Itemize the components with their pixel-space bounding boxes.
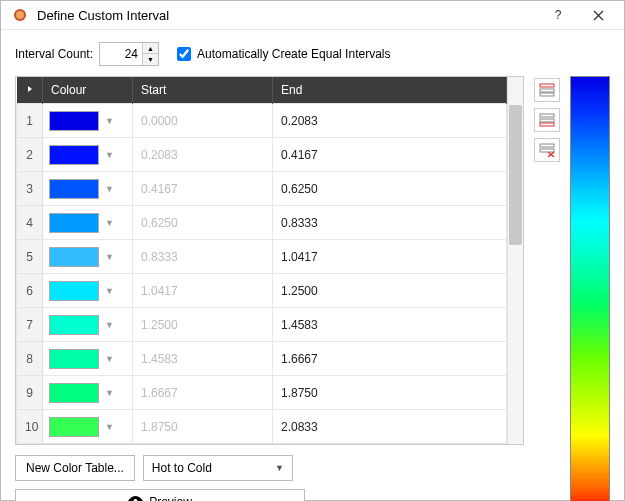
chevron-down-icon[interactable]: ▼ [105, 354, 114, 364]
start-cell[interactable]: 0.8333 [133, 240, 273, 274]
colour-swatch [49, 111, 99, 131]
colour-cell[interactable]: ▼ [43, 342, 133, 376]
table-scrollbar[interactable] [507, 77, 523, 444]
end-cell[interactable]: 0.2083 [273, 104, 507, 138]
start-cell[interactable]: 1.4583 [133, 342, 273, 376]
start-cell[interactable]: 1.0417 [133, 274, 273, 308]
chevron-down-icon[interactable]: ▼ [105, 286, 114, 296]
auto-intervals-label: Automatically Create Equal Intervals [197, 47, 390, 61]
table-row[interactable]: 3▼0.41670.6250 [17, 172, 507, 206]
end-cell[interactable]: 1.8750 [273, 376, 507, 410]
chevron-down-icon[interactable]: ▼ [105, 252, 114, 262]
svg-rect-5 [540, 93, 554, 96]
table-row[interactable]: 5▼0.83331.0417 [17, 240, 507, 274]
gradient-preview [570, 76, 610, 501]
start-cell[interactable]: 0.0000 [133, 104, 273, 138]
add-interval-below-button[interactable] [534, 108, 560, 132]
row-index: 1 [17, 104, 43, 138]
preview-label: Preview [149, 495, 192, 501]
colour-cell[interactable]: ▼ [43, 274, 133, 308]
interval-count-spinner[interactable]: ▲ ▼ [99, 42, 159, 66]
colour-cell[interactable]: ▼ [43, 172, 133, 206]
colour-swatch [49, 417, 99, 437]
start-cell[interactable]: 1.8750 [133, 410, 273, 444]
svg-rect-8 [540, 123, 554, 126]
row-index: 6 [17, 274, 43, 308]
colour-cell[interactable]: ▼ [43, 308, 133, 342]
colour-swatch [49, 247, 99, 267]
chevron-down-icon[interactable]: ▼ [105, 150, 114, 160]
row-index: 7 [17, 308, 43, 342]
row-index: 8 [17, 342, 43, 376]
end-cell[interactable]: 0.4167 [273, 138, 507, 172]
interval-count-label: Interval Count: [15, 47, 93, 61]
svg-rect-4 [540, 89, 554, 92]
table-row[interactable]: 7▼1.25001.4583 [17, 308, 507, 342]
header-end[interactable]: End [273, 77, 507, 104]
close-button[interactable] [578, 1, 618, 29]
start-cell[interactable]: 0.4167 [133, 172, 273, 206]
svg-rect-7 [540, 119, 554, 122]
start-cell[interactable]: 1.2500 [133, 308, 273, 342]
row-index: 10 [17, 410, 43, 444]
chevron-down-icon: ▼ [275, 463, 284, 473]
table-row[interactable]: 4▼0.62500.8333 [17, 206, 507, 240]
preview-button[interactable]: Preview [15, 489, 305, 501]
colour-swatch [49, 315, 99, 335]
chevron-down-icon[interactable]: ▼ [105, 388, 114, 398]
chevron-down-icon[interactable]: ▼ [105, 320, 114, 330]
colour-cell[interactable]: ▼ [43, 104, 133, 138]
end-cell[interactable]: 2.0833 [273, 410, 507, 444]
end-cell[interactable]: 1.4583 [273, 308, 507, 342]
chevron-down-icon[interactable]: ▼ [105, 218, 114, 228]
colour-cell[interactable]: ▼ [43, 376, 133, 410]
interval-count-input[interactable] [100, 45, 142, 63]
svg-rect-3 [540, 84, 554, 87]
colour-cell[interactable]: ▼ [43, 138, 133, 172]
table-row[interactable]: 1▼0.00000.2083 [17, 104, 507, 138]
colour-cell[interactable]: ▼ [43, 410, 133, 444]
chevron-down-icon[interactable]: ▼ [105, 422, 114, 432]
row-index: 9 [17, 376, 43, 410]
start-cell[interactable]: 1.6667 [133, 376, 273, 410]
spinner-down[interactable]: ▼ [143, 54, 158, 65]
end-cell[interactable]: 1.6667 [273, 342, 507, 376]
add-interval-above-button[interactable] [534, 78, 560, 102]
eye-icon [128, 495, 143, 501]
colour-swatch [49, 281, 99, 301]
end-cell[interactable]: 0.6250 [273, 172, 507, 206]
chevron-down-icon[interactable]: ▼ [105, 116, 114, 126]
color-preset-dropdown[interactable]: Hot to Cold ▼ [143, 455, 293, 481]
top-row: Interval Count: ▲ ▼ Automatically Create… [15, 42, 610, 66]
end-cell[interactable]: 0.8333 [273, 206, 507, 240]
dialog-title: Define Custom Interval [37, 8, 538, 23]
svg-point-1 [16, 11, 24, 19]
row-index: 3 [17, 172, 43, 206]
app-icon [11, 6, 29, 24]
spinner-up[interactable]: ▲ [143, 43, 158, 54]
colour-swatch [49, 145, 99, 165]
start-cell[interactable]: 0.2083 [133, 138, 273, 172]
svg-rect-9 [540, 144, 554, 147]
table-row[interactable]: 8▼1.45831.6667 [17, 342, 507, 376]
new-color-table-button[interactable]: New Color Table... [15, 455, 135, 481]
table-row[interactable]: 10▼1.87502.0833 [17, 410, 507, 444]
header-colour[interactable]: Colour [43, 77, 133, 104]
auto-intervals-checkbox[interactable] [177, 47, 191, 61]
end-cell[interactable]: 1.0417 [273, 240, 507, 274]
table-row[interactable]: 9▼1.66671.8750 [17, 376, 507, 410]
start-cell[interactable]: 0.6250 [133, 206, 273, 240]
header-start[interactable]: Start [133, 77, 273, 104]
colour-swatch [49, 383, 99, 403]
end-cell[interactable]: 1.2500 [273, 274, 507, 308]
colour-cell[interactable]: ▼ [43, 240, 133, 274]
table-row[interactable]: 6▼1.04171.2500 [17, 274, 507, 308]
delete-interval-button[interactable] [534, 138, 560, 162]
colour-cell[interactable]: ▼ [43, 206, 133, 240]
color-preset-value: Hot to Cold [152, 461, 212, 475]
header-rowselect-icon [17, 77, 43, 104]
side-buttons [534, 76, 560, 501]
chevron-down-icon[interactable]: ▼ [105, 184, 114, 194]
help-button[interactable]: ? [538, 1, 578, 29]
table-row[interactable]: 2▼0.20830.4167 [17, 138, 507, 172]
